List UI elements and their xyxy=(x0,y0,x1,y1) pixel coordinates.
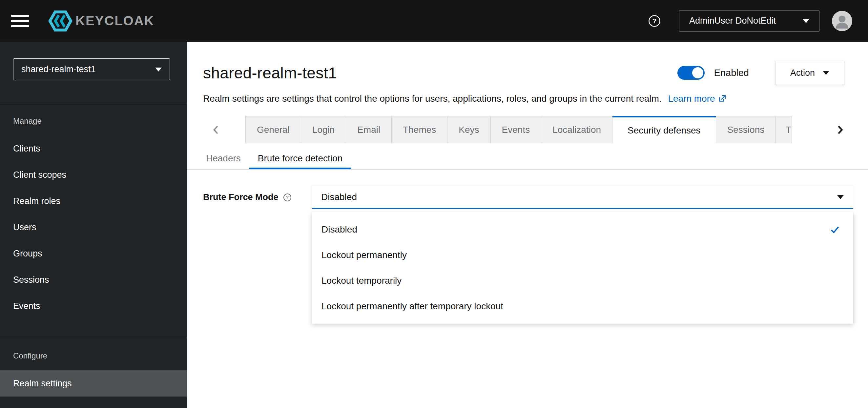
tab-keys[interactable]: Keys xyxy=(447,116,490,143)
user-menu-label: AdminUser DoNotEdit xyxy=(689,16,776,26)
page-title: shared-realm-test1 xyxy=(203,64,337,82)
app-body: shared-realm-test1 Manage Clients Client… xyxy=(0,42,868,408)
hamburger-icon xyxy=(11,15,29,17)
toggle-knob-icon xyxy=(692,67,703,79)
tab-general[interactable]: General xyxy=(245,116,301,143)
option-label: Lockout permanently after temporary lock… xyxy=(321,301,503,312)
tab-tokens-clipped[interactable]: T xyxy=(776,116,792,143)
tab-security-defenses[interactable]: Security defenses xyxy=(613,116,716,143)
field-label-group: Brute Force Mode ? xyxy=(203,186,312,209)
help-icon: ? xyxy=(648,15,661,27)
page-description-text: Realm settings are settings that control… xyxy=(203,93,662,104)
user-menu-button[interactable]: AdminUser DoNotEdit xyxy=(679,10,819,32)
option-label: Lockout temporarily xyxy=(321,276,402,286)
tab-localization[interactable]: Localization xyxy=(541,116,613,143)
option-lockout-permanently-after-temporary-lockout[interactable]: Lockout permanently after temporary lock… xyxy=(312,293,853,319)
caret-down-icon xyxy=(837,195,844,199)
select-value: Disabled xyxy=(321,192,357,202)
page-header-controls: Enabled Action xyxy=(677,61,844,85)
option-label: Lockout permanently xyxy=(321,250,407,260)
caret-down-icon xyxy=(803,19,809,23)
option-disabled[interactable]: Disabled xyxy=(312,217,853,242)
keycloak-logo-icon xyxy=(48,10,73,31)
sidebar-item-groups[interactable]: Groups xyxy=(0,241,187,266)
main-content: shared-realm-test1 Enabled Action Realm … xyxy=(187,42,868,408)
sidebar: shared-realm-test1 Manage Clients Client… xyxy=(0,42,187,408)
field-help-button[interactable]: ? xyxy=(283,193,291,202)
sidebar-item-clients[interactable]: Clients xyxy=(0,135,187,162)
tab-scroll-left-button[interactable] xyxy=(187,116,245,143)
sidebar-item-users[interactable]: Users xyxy=(0,214,187,241)
brute-force-mode-menu: Disabled Lockout permanently Lockout tem… xyxy=(312,212,853,324)
tab-themes[interactable]: Themes xyxy=(392,116,447,143)
tab-sessions[interactable]: Sessions xyxy=(716,116,776,143)
svg-text:?: ? xyxy=(286,195,289,200)
question-circle-icon: ? xyxy=(283,193,291,202)
user-avatar-icon xyxy=(832,11,852,31)
hamburger-icon xyxy=(11,20,29,22)
option-lockout-permanently[interactable]: Lockout permanently xyxy=(312,242,853,268)
subtab-headers[interactable]: Headers xyxy=(197,149,249,169)
nav-section-manage: Manage xyxy=(0,103,187,135)
option-lockout-temporarily[interactable]: Lockout temporarily xyxy=(312,268,853,293)
hamburger-icon xyxy=(11,25,29,27)
page-header: shared-realm-test1 Enabled Action xyxy=(187,42,868,85)
brute-force-form: Brute Force Mode ? Disabled xyxy=(187,169,868,209)
masthead: KEYCLOAK ? AdminUser DoNotEdit xyxy=(0,0,868,42)
realm-selector[interactable]: shared-realm-test1 xyxy=(13,58,170,81)
enabled-toggle[interactable] xyxy=(677,66,705,80)
tab-scroll-right-button[interactable] xyxy=(812,116,868,143)
brute-force-mode-select-wrap: Disabled Disabled Lockout permanently xyxy=(312,186,853,209)
caret-down-icon xyxy=(155,68,162,71)
check-icon xyxy=(830,224,840,235)
learn-more-link[interactable]: Learn more xyxy=(668,93,726,104)
tab-email[interactable]: Email xyxy=(346,116,392,143)
tab-events[interactable]: Events xyxy=(491,116,541,143)
nav-toggle-button[interactable] xyxy=(11,13,29,29)
brand: KEYCLOAK xyxy=(48,10,154,31)
chevron-left-icon xyxy=(210,124,222,136)
security-defenses-subtabs: Headers Brute force detection xyxy=(187,149,868,169)
manage-nav-list: Clients Client scopes Realm roles Users … xyxy=(0,135,187,319)
keycloak-admin-console: KEYCLOAK ? AdminUser DoNotEdit xyxy=(0,0,868,408)
realm-settings-tabs: General Login Email Themes Keys Events L… xyxy=(187,116,868,143)
sidebar-item-realm-settings[interactable]: Realm settings xyxy=(0,370,187,397)
tab-login[interactable]: Login xyxy=(301,116,346,143)
page-description: Realm settings are settings that control… xyxy=(187,85,868,104)
realm-selector-value: shared-realm-test1 xyxy=(21,64,96,74)
sidebar-item-events[interactable]: Events xyxy=(0,293,187,319)
action-dropdown-button[interactable]: Action xyxy=(775,61,844,85)
brute-force-mode-label: Brute Force Mode xyxy=(203,192,279,202)
nav-section-configure: Configure xyxy=(0,338,187,370)
chevron-right-icon xyxy=(834,124,846,136)
brute-force-mode-select[interactable]: Disabled xyxy=(312,186,853,209)
brand-wordmark: KEYCLOAK xyxy=(75,13,154,28)
learn-more-label: Learn more xyxy=(668,93,715,104)
subtab-brute-force-detection[interactable]: Brute force detection xyxy=(249,149,351,169)
sidebar-item-client-scopes[interactable]: Client scopes xyxy=(0,162,187,188)
avatar[interactable] xyxy=(832,11,852,31)
caret-down-icon xyxy=(823,71,829,75)
help-button[interactable]: ? xyxy=(648,15,661,27)
action-dropdown-label: Action xyxy=(790,68,815,78)
external-link-icon xyxy=(718,94,726,103)
masthead-right: ? AdminUser DoNotEdit xyxy=(648,10,852,32)
tab-list: General Login Email Themes Keys Events L… xyxy=(245,116,812,143)
configure-nav-list: Realm settings xyxy=(0,370,187,397)
sidebar-item-realm-roles[interactable]: Realm roles xyxy=(0,188,187,214)
svg-text:?: ? xyxy=(652,17,657,25)
option-label: Disabled xyxy=(321,224,357,235)
sidebar-item-sessions[interactable]: Sessions xyxy=(0,266,187,293)
enabled-toggle-label: Enabled xyxy=(714,68,749,79)
